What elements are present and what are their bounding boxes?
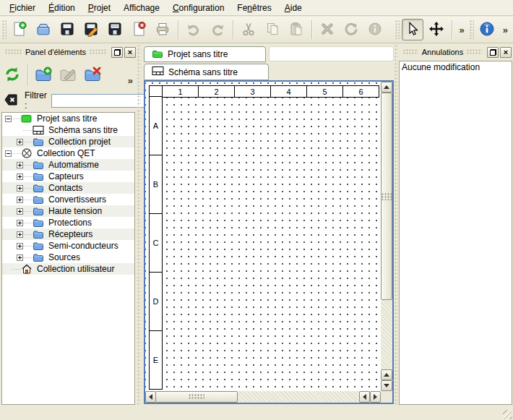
redo-button[interactable] — [207, 19, 228, 40]
delete-category-button[interactable] — [82, 64, 103, 86]
tree-item-recepteurs[interactable]: Récepteurs — [2, 228, 134, 240]
dock-float-button[interactable] — [487, 47, 499, 58]
info-button-disabled[interactable] — [364, 19, 386, 40]
tab-projet-sans-titre[interactable]: Projet sans titre — [144, 46, 266, 62]
copy-button[interactable] — [262, 19, 283, 40]
dock-title-grip — [5, 49, 22, 55]
open-project-button[interactable] — [33, 19, 54, 40]
expand-expander-icon[interactable] — [17, 208, 23, 215]
tree-item-label: Semi-conducteurs — [48, 241, 118, 251]
tree-item-collection-utilisateur[interactable]: Collection utilisateur — [2, 263, 134, 275]
menu-projet[interactable]: Projet — [82, 0, 117, 15]
save-all-button[interactable] — [104, 19, 126, 40]
clear-filter-button[interactable] — [3, 92, 19, 110]
tree-item-collection-projet[interactable]: Collection projet — [2, 136, 134, 147]
scroll-left-button[interactable] — [145, 391, 156, 403]
undo-history-list[interactable]: Aucune modification — [399, 61, 512, 405]
vertical-scrollbar[interactable] — [381, 82, 392, 391]
tree-item-capteurs[interactable]: Capteurs — [2, 171, 134, 182]
dock-title-grip — [467, 49, 482, 55]
menu-fichier[interactable]: Fichier — [3, 0, 42, 15]
menu-bar: Fichier Édition Projet Affichage Configu… — [0, 0, 513, 16]
tree-item-sources[interactable]: Sources — [2, 252, 134, 263]
row-header: D — [149, 272, 163, 331]
toolbar-grip[interactable] — [470, 20, 474, 39]
tree-item-projet-sans-titre[interactable]: Projet sans titre — [2, 113, 134, 124]
delete-button[interactable] — [316, 19, 338, 40]
dock-close-button[interactable]: × — [124, 47, 136, 58]
toolbar-grip[interactable] — [395, 20, 400, 39]
scroll-down-button[interactable] — [381, 380, 392, 391]
dock-float-button[interactable] — [111, 47, 123, 58]
tree-item-collection-qet[interactable]: Collection QET — [2, 147, 134, 159]
undo-panel-titlebar[interactable]: Annulations × — [398, 45, 513, 59]
scroll-up-button-bottom[interactable] — [381, 369, 392, 380]
expand-expander-icon[interactable] — [17, 220, 23, 226]
expand-expander-icon[interactable] — [17, 243, 23, 249]
edit-category-button[interactable] — [57, 64, 79, 86]
elements-panel-titlebar[interactable]: Panel d'éléments × — [0, 45, 137, 59]
scroll-left-button-right[interactable] — [359, 391, 370, 403]
expand-expander-icon[interactable] — [17, 185, 23, 192]
tab-schema-sans-titre[interactable]: Schéma sans titre — [144, 64, 269, 80]
tree-item-semi-conducteurs[interactable]: Semi-conducteurs — [2, 240, 134, 252]
diagram-view[interactable]: 1 2 3 4 5 6 A B C D E — [144, 80, 394, 404]
refresh-icon — [3, 65, 22, 86]
toolbar-grip[interactable] — [2, 20, 7, 39]
save-button[interactable] — [56, 19, 78, 40]
undo-button[interactable] — [183, 19, 204, 40]
expand-expander-icon[interactable] — [17, 173, 23, 180]
expand-expander-icon[interactable] — [17, 139, 23, 145]
collapse-expander-icon[interactable] — [5, 116, 12, 122]
rotate-button[interactable] — [340, 19, 362, 40]
size-grip[interactable] — [503, 410, 512, 419]
scroll-up-button[interactable] — [381, 82, 392, 93]
menu-configuration[interactable]: Configuration — [166, 0, 230, 15]
tree-item-contacts[interactable]: Contacts — [2, 182, 134, 194]
undo-list-item[interactable]: Aucune modification — [400, 61, 512, 73]
menu-edition[interactable]: Édition — [42, 0, 82, 15]
tree-item-haute-tension[interactable]: Haute tension — [2, 205, 134, 217]
diagram-canvas[interactable]: 1 2 3 4 5 6 A B C D E — [145, 82, 381, 391]
close-file-button[interactable] — [128, 19, 150, 40]
scissors-icon — [241, 21, 256, 39]
toolbar-overflow-chevron[interactable]: » — [457, 25, 467, 35]
horizontal-scroll-thumb[interactable] — [155, 391, 238, 403]
panel-overflow-chevron[interactable]: » — [125, 75, 136, 86]
expand-expander-icon[interactable] — [17, 231, 23, 238]
collapse-expander-icon[interactable] — [5, 150, 12, 157]
paste-button[interactable] — [285, 19, 307, 40]
dock-close-button[interactable]: × — [500, 47, 512, 58]
column-header: 1 — [162, 85, 199, 98]
move-tool-button[interactable] — [426, 19, 447, 40]
expand-expander-icon[interactable] — [17, 162, 23, 168]
filter-label: Filtrer : — [25, 90, 47, 111]
vertical-scroll-thumb[interactable] — [381, 93, 392, 300]
tree-item-label: Collection projet — [48, 137, 111, 147]
expand-expander-icon[interactable] — [17, 197, 23, 203]
print-button[interactable] — [152, 19, 173, 40]
new-project-button[interactable] — [9, 19, 30, 40]
about-info-button[interactable] — [476, 19, 498, 40]
save-as-button[interactable] — [80, 19, 102, 40]
horizontal-scrollbar[interactable] — [145, 391, 381, 403]
scroll-right-button[interactable] — [370, 391, 381, 403]
cut-button[interactable] — [238, 19, 259, 40]
tab-label: Projet sans titre — [168, 49, 228, 59]
schema-icon — [152, 66, 164, 78]
tree-item-convertisseurs[interactable]: Convertisseurs — [2, 194, 134, 205]
expand-expander-icon[interactable] — [17, 254, 23, 261]
new-category-button[interactable] — [33, 64, 54, 86]
menu-aide[interactable]: Aide — [278, 0, 309, 15]
elements-panel-dock: Panel d'éléments × » Filtrer : — [0, 45, 137, 405]
selection-tool-button[interactable] — [402, 19, 423, 40]
tree-item-protections[interactable]: Protections — [2, 217, 134, 228]
tree-item-label: Haute tension — [48, 206, 102, 216]
tree-item-automatisme[interactable]: Automatisme — [2, 159, 134, 171]
menu-fenetres[interactable]: Fenêtres — [230, 0, 277, 15]
tree-item-schema-sans-titre[interactable]: Schéma sans titre — [2, 124, 134, 136]
reload-collections-button[interactable] — [1, 64, 23, 86]
toolbar-overflow-chevron[interactable]: » — [500, 25, 511, 35]
menu-affichage[interactable]: Affichage — [117, 0, 166, 15]
schema-tab-bar: Schéma sans titre — [144, 63, 394, 80]
